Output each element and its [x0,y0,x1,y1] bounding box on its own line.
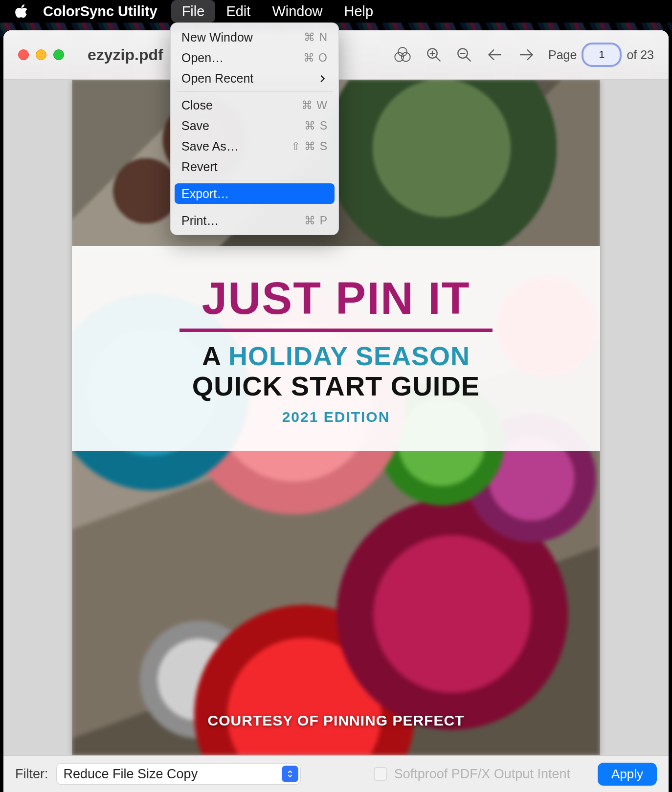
filter-selected-value: Reduce File Size Copy [64,767,198,782]
menu-item-label: Print… [181,214,219,228]
close-window-icon[interactable] [18,49,29,60]
doc-footer-text: COURTESY OF PINNING PERFECT [72,712,600,729]
menubar: ColorSync Utility File Edit Window Help [0,0,672,22]
bottom-bar: Filter: Reduce File Size Copy Softproof … [3,755,669,792]
menubar-item-help[interactable]: Help [334,0,384,22]
menu-separator [177,91,333,92]
menu-item-open-recent[interactable]: Open Recent [175,68,335,88]
menu-item-open[interactable]: Open… ⌘ O [175,47,335,68]
apply-button[interactable]: Apply [598,763,657,786]
next-page-icon[interactable] [517,46,535,64]
menu-item-label: Open Recent [181,71,253,86]
menubar-item-window[interactable]: Window [261,0,333,22]
menu-item-shortcut: ⇧ ⌘ S [291,140,328,153]
menu-item-label: New Window [181,30,253,44]
menu-item-shortcut: ⌘ N [304,31,328,44]
softproof-label: Softproof PDF/X Output Intent [394,767,570,782]
menu-item-shortcut: ⌘ W [301,99,328,112]
previous-page-icon[interactable] [487,46,504,64]
minimize-window-icon[interactable] [36,49,46,60]
menu-item-new-window[interactable]: New Window ⌘ N [175,27,335,47]
doc-subtitle-line2: QUICK START GUIDE [192,370,480,402]
chevron-right-icon [317,73,328,84]
menu-item-export[interactable]: Export… [175,183,335,204]
menu-separator [177,180,333,180]
svg-point-0 [398,47,407,56]
title-rule [179,329,493,332]
doc-edition: 2021 EDITION [282,409,390,425]
color-profile-icon[interactable] [394,46,411,64]
menu-item-label: Save As… [181,139,239,154]
menu-item-print[interactable]: Print… ⌘ P [175,210,335,231]
menu-item-label: Export… [181,187,229,201]
menu-item-label: Close [181,98,213,112]
toolbar-right: Page of 23 [394,30,654,79]
select-caret-icon [282,766,298,782]
svg-point-2 [402,53,410,62]
subtitle-b: HOLIDAY SEASON [228,341,470,371]
menubar-app-name[interactable]: ColorSync Utility [43,3,157,20]
document-title: ezyzip.pdf [88,46,163,64]
traffic-lights [18,49,64,60]
menubar-item-file[interactable]: File [171,0,216,22]
svg-line-8 [467,57,471,62]
subtitle-a: A [202,341,228,371]
menu-item-revert[interactable]: Revert [175,156,335,177]
zoom-in-icon[interactable] [425,46,443,64]
menu-item-label: Revert [181,160,218,174]
menu-item-save[interactable]: Save ⌘ S [175,115,335,136]
doc-main-title: JUST PIN IT [202,272,470,325]
page-total: of 23 [627,48,654,62]
menu-item-label: Save [181,119,209,133]
svg-line-4 [436,57,441,62]
page-number-input[interactable] [582,43,622,67]
doc-subtitle-line1: A HOLIDAY SEASON [202,341,470,371]
menu-separator [177,207,333,207]
page-title-banner: JUST PIN IT A HOLIDAY SEASON QUICK START… [72,246,600,451]
menu-item-shortcut: ⌘ O [303,51,328,65]
menubar-item-edit[interactable]: Edit [215,0,261,22]
zoom-out-icon[interactable] [455,46,473,64]
menu-item-shortcut: ⌘ S [304,119,328,132]
maximize-window-icon[interactable] [53,49,64,60]
filter-select[interactable]: Reduce File Size Copy [56,763,301,785]
menu-item-save-as[interactable]: Save As… ⇧ ⌘ S [175,136,335,156]
softproof-option: Softproof PDF/X Output Intent [374,767,570,782]
menu-item-label: Open… [181,51,224,65]
file-menu-dropdown: New Window ⌘ N Open… ⌘ O Open Recent Clo… [170,22,339,235]
softproof-checkbox[interactable] [374,767,387,781]
menu-item-shortcut: ⌘ P [304,214,328,227]
menu-item-close[interactable]: Close ⌘ W [175,95,335,115]
filter-label: Filter: [15,767,48,782]
apple-logo-icon[interactable] [15,4,28,18]
page-indicator: Page of 23 [548,43,654,67]
page-label: Page [548,48,577,62]
